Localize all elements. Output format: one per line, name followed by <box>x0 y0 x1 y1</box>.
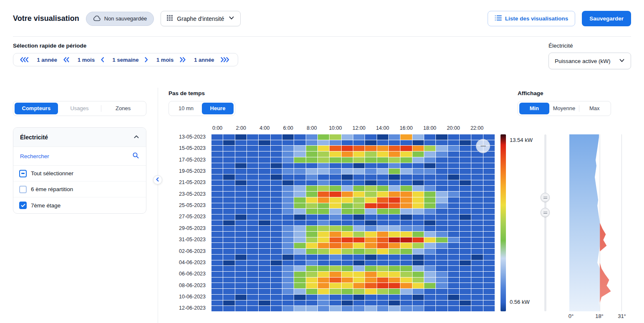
heatmap-cell[interactable] <box>259 186 270 191</box>
heatmap-cell[interactable] <box>294 203 305 209</box>
heatmap-cell[interactable] <box>436 278 447 283</box>
heatmap-cell[interactable] <box>282 266 294 271</box>
heatmap-cell[interactable] <box>353 266 365 271</box>
heatmap-cell[interactable] <box>223 140 234 146</box>
heatmap-cell[interactable] <box>271 220 282 226</box>
heatmap-cell[interactable] <box>424 260 435 266</box>
heatmap-cell[interactable] <box>389 295 400 300</box>
heatmap-cell[interactable] <box>424 203 435 209</box>
heatmap-cell[interactable] <box>424 169 435 174</box>
heatmap-cell[interactable] <box>223 163 234 169</box>
heatmap-cell[interactable] <box>247 283 258 288</box>
heatmap-cell[interactable] <box>389 186 400 191</box>
range-slider-handle-lower[interactable] <box>541 208 550 217</box>
heatmap-cell[interactable] <box>400 278 412 283</box>
heatmap-cell[interactable] <box>389 243 400 248</box>
heatmap-cell[interactable] <box>353 283 365 288</box>
heatmap-cell[interactable] <box>211 300 223 306</box>
heatmap-cell[interactable] <box>247 226 258 231</box>
heatmap-cell[interactable] <box>471 169 483 174</box>
heatmap-cell[interactable] <box>353 186 365 191</box>
heatmap-cell[interactable] <box>377 278 388 283</box>
heatmap-cell[interactable] <box>294 163 305 169</box>
heatmap-cell[interactable] <box>448 203 459 209</box>
heatmap-cell[interactable] <box>282 163 294 169</box>
heatmap-cell[interactable] <box>294 134 305 140</box>
heatmap-cell[interactable] <box>413 180 424 186</box>
heatmap-cell[interactable] <box>377 209 388 214</box>
heatmap-cell[interactable] <box>365 180 376 186</box>
heatmap-cell[interactable] <box>460 266 471 271</box>
heatmap-cell[interactable] <box>424 197 435 203</box>
heatmap-cell[interactable] <box>377 140 388 146</box>
heatmap-cell[interactable] <box>483 283 495 288</box>
heatmap-cell[interactable] <box>271 174 282 180</box>
heatmap-cell[interactable] <box>424 243 435 248</box>
heatmap-cell[interactable] <box>353 278 365 283</box>
heatmap-cell[interactable] <box>282 249 294 254</box>
heatmap-cell[interactable] <box>483 266 495 271</box>
heatmap-cell[interactable] <box>235 180 247 186</box>
heatmap-cell[interactable] <box>247 260 258 266</box>
heatmap-cell[interactable] <box>259 243 270 248</box>
heatmap-cell[interactable] <box>259 151 270 157</box>
heatmap-cell[interactable] <box>483 186 495 191</box>
heatmap-cell[interactable] <box>271 243 282 248</box>
heatmap-cell[interactable] <box>365 209 376 214</box>
heatmap-cell[interactable] <box>318 157 329 163</box>
heatmap-cell[interactable] <box>471 232 483 237</box>
heatmap-cell[interactable] <box>247 272 258 277</box>
heatmap-cell[interactable] <box>330 283 341 288</box>
heatmap-cell[interactable] <box>353 255 365 260</box>
heatmap-cell[interactable] <box>483 255 495 260</box>
heatmap[interactable] <box>211 134 495 311</box>
heatmap-cell[interactable] <box>247 300 258 306</box>
heatmap-cell[interactable] <box>400 232 412 237</box>
heatmap-cell[interactable] <box>413 197 424 203</box>
heatmap-cell[interactable] <box>318 249 329 254</box>
heatmap-cell[interactable] <box>235 306 247 311</box>
heatmap-cell[interactable] <box>471 157 483 163</box>
heatmap-cell[interactable] <box>448 157 459 163</box>
heatmap-cell[interactable] <box>400 180 412 186</box>
heatmap-cell[interactable] <box>282 278 294 283</box>
heatmap-cell[interactable] <box>271 295 282 300</box>
heatmap-cell[interactable] <box>413 272 424 277</box>
tab-compteurs[interactable]: Compteurs <box>15 103 58 114</box>
heatmap-cell[interactable] <box>223 151 234 157</box>
heatmap-cell[interactable] <box>400 146 412 151</box>
heatmap-cell[interactable] <box>271 237 282 243</box>
heatmap-cell[interactable] <box>436 266 447 271</box>
heatmap-cell[interactable] <box>365 289 376 294</box>
heatmap-cell[interactable] <box>460 192 471 197</box>
heatmap-cell[interactable] <box>318 140 329 146</box>
timestep-option-10mn[interactable]: 10 mn <box>170 103 202 114</box>
heatmap-cell[interactable] <box>483 209 495 214</box>
heatmap-cell[interactable] <box>294 278 305 283</box>
heatmap-cell[interactable] <box>436 255 447 260</box>
heatmap-cell[interactable] <box>471 289 483 294</box>
heatmap-cell[interactable] <box>247 209 258 214</box>
heatmap-cell[interactable] <box>247 249 258 254</box>
heatmap-cell[interactable] <box>424 249 435 254</box>
heatmap-cell[interactable] <box>259 180 270 186</box>
heatmap-cell[interactable] <box>413 249 424 254</box>
heatmap-cell[interactable] <box>330 174 341 180</box>
heatmap-cell[interactable] <box>259 266 270 271</box>
heatmap-cell[interactable] <box>294 197 305 203</box>
heatmap-cell[interactable] <box>282 151 294 157</box>
heatmap-cell[interactable] <box>400 300 412 306</box>
heatmap-cell[interactable] <box>424 278 435 283</box>
heatmap-cell[interactable] <box>377 266 388 271</box>
heatmap-cell[interactable] <box>365 151 376 157</box>
heatmap-cell[interactable] <box>413 278 424 283</box>
heatmap-cell[interactable] <box>235 151 247 157</box>
heatmap-cell[interactable] <box>282 192 294 197</box>
heatmap-cell[interactable] <box>377 237 388 243</box>
heatmap-cell[interactable] <box>377 186 388 191</box>
heatmap-cell[interactable] <box>342 192 353 197</box>
heatmap-cell[interactable] <box>413 214 424 220</box>
heatmap-cell[interactable] <box>294 300 305 306</box>
heatmap-cell[interactable] <box>400 157 412 163</box>
heatmap-cell[interactable] <box>448 249 459 254</box>
